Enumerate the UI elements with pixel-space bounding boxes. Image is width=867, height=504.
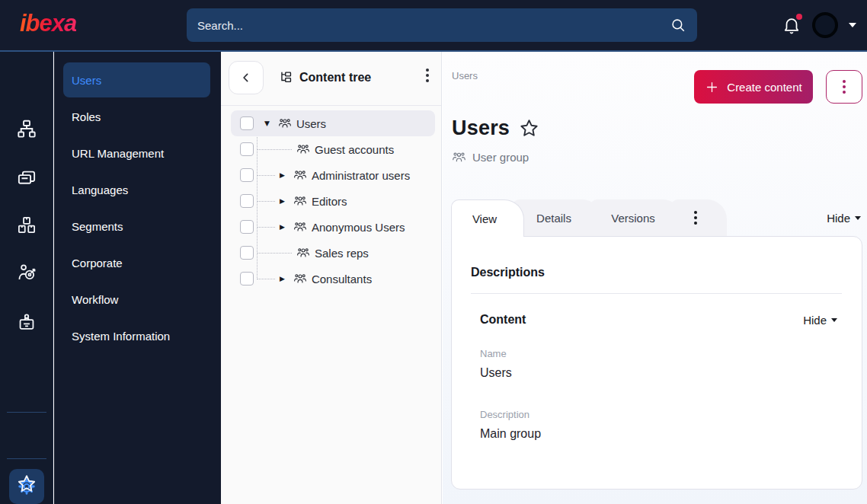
products-icon <box>16 215 37 235</box>
tree-connector <box>257 227 275 228</box>
user-group-icon <box>278 116 292 130</box>
field-description: Description Main group <box>480 409 541 441</box>
field-label: Description <box>480 409 541 420</box>
tree-item-users[interactable]: ▼ Users <box>221 110 441 136</box>
tab-label: Versions <box>611 212 655 225</box>
tree-item-checkbox[interactable] <box>240 168 254 182</box>
main-content: Users Create content Users User group Vi… <box>443 52 867 504</box>
rail-item-pages[interactable] <box>16 167 37 188</box>
content-tree-title: Content tree <box>299 71 371 85</box>
tree-item-administrator-users[interactable]: ▶ Administrator users <box>221 162 441 188</box>
caret-down-icon[interactable]: ▼ <box>264 120 270 127</box>
header-options-kebab-button[interactable] <box>826 70 862 104</box>
page-title: Users <box>452 116 510 140</box>
user-group-icon <box>293 194 307 208</box>
search-icon[interactable] <box>670 17 686 33</box>
sidebar-item-label: Roles <box>72 110 101 123</box>
kebab-icon <box>843 80 846 94</box>
top-bar: ibexa <box>0 0 867 50</box>
content-group-hide-toggle[interactable]: Hide <box>803 314 837 327</box>
audience-icon <box>16 262 37 282</box>
tree-header-divider <box>221 105 441 106</box>
user-group-icon <box>452 150 466 164</box>
content-type-label: User group <box>472 151 529 164</box>
card-divider <box>471 293 842 294</box>
caret-right-icon[interactable]: ▶ <box>280 223 285 231</box>
sidebar-item-workflow[interactable]: Workflow <box>63 282 210 317</box>
content-tree-panel: Content tree ▼ Users Guest accounts ▶ Ad… <box>221 52 442 504</box>
user-group-icon <box>293 168 307 182</box>
tab-label: View <box>472 212 497 225</box>
global-search[interactable] <box>187 8 697 42</box>
tree-item-guest-accounts[interactable]: Guest accounts <box>221 136 441 162</box>
star-icon[interactable] <box>16 474 37 494</box>
tab-view[interactable]: View <box>451 199 524 237</box>
sitemap-icon <box>16 119 37 139</box>
sidebar-item-label: Workflow <box>72 293 118 306</box>
rail-item-sitemap[interactable] <box>16 119 37 139</box>
user-group-icon <box>293 272 307 285</box>
tree-connector <box>257 279 275 279</box>
tree-item-anonymous-users[interactable]: ▶ Anonymous Users <box>221 214 441 240</box>
tree-connector <box>257 175 275 176</box>
user-menu-caret-icon[interactable] <box>849 23 856 27</box>
tab-versions[interactable]: Versions <box>590 199 683 236</box>
sidebar-item-system-information[interactable]: System Information <box>63 318 210 353</box>
sidebar-item-url-management[interactable]: URL Management <box>63 136 210 171</box>
sidebar-item-label: Segments <box>72 220 123 233</box>
descriptions-heading: Descriptions <box>471 266 545 279</box>
caret-down-icon <box>831 318 837 322</box>
notifications-bell-icon[interactable] <box>782 15 801 35</box>
plus-icon <box>705 80 719 94</box>
user-avatar[interactable] <box>812 12 838 38</box>
tree-item-checkbox[interactable] <box>240 194 254 208</box>
tree-item-sales-reps[interactable]: Sales reps <box>221 240 441 266</box>
user-group-icon <box>293 220 307 234</box>
ibexa-logo[interactable]: ibexa <box>20 10 76 37</box>
tree-options-kebab-icon[interactable] <box>426 69 429 82</box>
search-input[interactable] <box>197 19 670 32</box>
tree-item-label: Users <box>296 117 326 130</box>
tree-item-checkbox[interactable] <box>240 246 254 260</box>
tree-item-editors[interactable]: ▶ Editors <box>221 188 441 214</box>
rail-item-badge[interactable] <box>16 312 37 333</box>
hide-preview-toggle[interactable]: Hide <box>827 212 862 225</box>
sidebar-item-label: Users <box>72 74 101 87</box>
create-content-button[interactable]: Create content <box>694 70 813 104</box>
sidebar-item-corporate[interactable]: Corporate <box>63 245 210 280</box>
tab-details[interactable]: Details <box>512 199 602 236</box>
view-card: Descriptions Content Hide Name Users Des… <box>451 236 862 490</box>
kebab-icon <box>694 211 697 225</box>
tree-item-checkbox[interactable] <box>240 272 254 285</box>
sidebar-item-roles[interactable]: Roles <box>63 99 210 134</box>
caret-right-icon[interactable]: ▶ <box>280 275 285 282</box>
tree-item-label: Administrator users <box>312 169 410 182</box>
tree-item-label: Guest accounts <box>315 143 394 156</box>
content-tree-icon <box>279 70 293 85</box>
collapse-tree-button[interactable] <box>229 61 264 94</box>
tree-connector <box>257 201 275 202</box>
tree-item-checkbox[interactable] <box>240 220 254 234</box>
caret-right-icon[interactable]: ▶ <box>280 171 285 179</box>
rail-item-products[interactable] <box>16 215 37 235</box>
user-group-icon <box>296 142 310 156</box>
sidebar-item-segments[interactable]: Segments <box>63 209 210 244</box>
sidebar-item-languages[interactable]: Languages <box>63 172 210 207</box>
tree-item-label: Sales reps <box>315 247 369 260</box>
caret-down-icon <box>855 216 861 220</box>
tree-item-checkbox[interactable] <box>240 116 254 130</box>
caret-right-icon[interactable]: ▶ <box>280 197 285 205</box>
bookmark-star-icon[interactable] <box>519 118 539 139</box>
field-label: Name <box>480 348 512 359</box>
pages-icon <box>16 167 37 188</box>
sidebar-item-label: Languages <box>72 183 128 196</box>
chevron-left-icon <box>238 70 254 85</box>
main-icon-rail <box>0 52 53 504</box>
notification-dot <box>796 14 802 20</box>
breadcrumb[interactable]: Users <box>452 70 478 81</box>
sidebar-item-users[interactable]: Users <box>63 62 210 97</box>
tree-item-consultants[interactable]: ▶ Consultants <box>221 266 441 292</box>
rail-item-audience[interactable] <box>16 262 37 282</box>
tree-item-checkbox[interactable] <box>240 142 254 156</box>
tree-connector <box>257 149 292 150</box>
